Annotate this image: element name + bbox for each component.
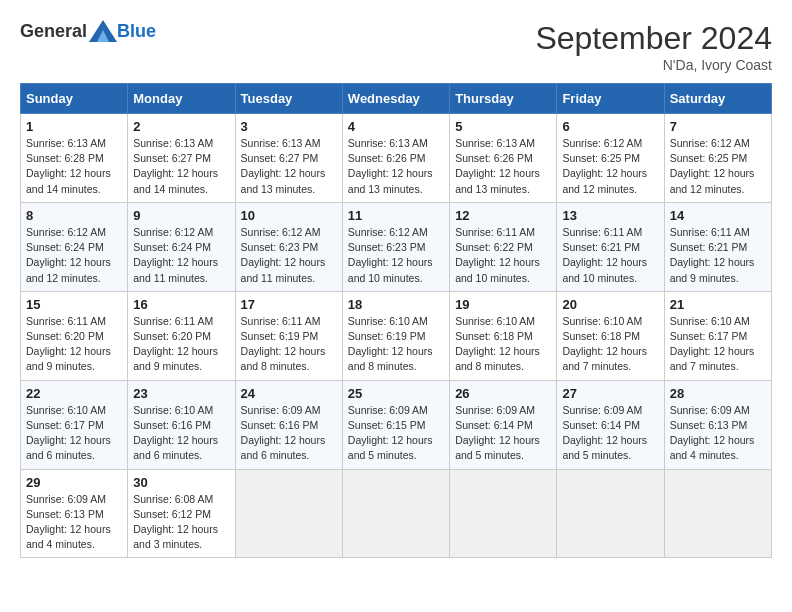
day-number: 24: [241, 386, 337, 401]
day-number: 2: [133, 119, 229, 134]
day-detail: Sunrise: 6:13 AMSunset: 6:27 PMDaylight:…: [241, 137, 326, 195]
calendar-week-1: 1 Sunrise: 6:13 AMSunset: 6:28 PMDayligh…: [21, 114, 772, 203]
day-detail: Sunrise: 6:12 AMSunset: 6:25 PMDaylight:…: [562, 137, 647, 195]
header-sunday: Sunday: [21, 84, 128, 114]
day-number: 3: [241, 119, 337, 134]
calendar-cell: 7 Sunrise: 6:12 AMSunset: 6:25 PMDayligh…: [664, 114, 771, 203]
day-detail: Sunrise: 6:11 AMSunset: 6:22 PMDaylight:…: [455, 226, 540, 284]
header-wednesday: Wednesday: [342, 84, 449, 114]
day-number: 9: [133, 208, 229, 223]
day-number: 4: [348, 119, 444, 134]
calendar-cell: [664, 469, 771, 558]
header-saturday: Saturday: [664, 84, 771, 114]
calendar-cell: 26 Sunrise: 6:09 AMSunset: 6:14 PMDaylig…: [450, 380, 557, 469]
header-thursday: Thursday: [450, 84, 557, 114]
calendar-cell: 9 Sunrise: 6:12 AMSunset: 6:24 PMDayligh…: [128, 202, 235, 291]
day-number: 16: [133, 297, 229, 312]
calendar-cell: [342, 469, 449, 558]
day-number: 18: [348, 297, 444, 312]
day-number: 30: [133, 475, 229, 490]
day-number: 20: [562, 297, 658, 312]
month-title: September 2024: [535, 20, 772, 57]
calendar-cell: 18 Sunrise: 6:10 AMSunset: 6:19 PMDaylig…: [342, 291, 449, 380]
day-detail: Sunrise: 6:08 AMSunset: 6:12 PMDaylight:…: [133, 493, 218, 551]
calendar-cell: 22 Sunrise: 6:10 AMSunset: 6:17 PMDaylig…: [21, 380, 128, 469]
calendar-week-4: 22 Sunrise: 6:10 AMSunset: 6:17 PMDaylig…: [21, 380, 772, 469]
logo: General Blue: [20, 20, 156, 42]
calendar-cell: 13 Sunrise: 6:11 AMSunset: 6:21 PMDaylig…: [557, 202, 664, 291]
page-header: General Blue September 2024 N'Da, Ivory …: [20, 20, 772, 73]
day-detail: Sunrise: 6:09 AMSunset: 6:15 PMDaylight:…: [348, 404, 433, 462]
day-number: 11: [348, 208, 444, 223]
day-number: 15: [26, 297, 122, 312]
calendar-table: SundayMondayTuesdayWednesdayThursdayFrid…: [20, 83, 772, 558]
calendar-cell: 28 Sunrise: 6:09 AMSunset: 6:13 PMDaylig…: [664, 380, 771, 469]
calendar-week-3: 15 Sunrise: 6:11 AMSunset: 6:20 PMDaylig…: [21, 291, 772, 380]
day-detail: Sunrise: 6:09 AMSunset: 6:13 PMDaylight:…: [670, 404, 755, 462]
day-number: 21: [670, 297, 766, 312]
day-detail: Sunrise: 6:10 AMSunset: 6:18 PMDaylight:…: [562, 315, 647, 373]
day-number: 29: [26, 475, 122, 490]
day-number: 8: [26, 208, 122, 223]
calendar-cell: 6 Sunrise: 6:12 AMSunset: 6:25 PMDayligh…: [557, 114, 664, 203]
logo-icon: [89, 20, 117, 42]
day-detail: Sunrise: 6:10 AMSunset: 6:17 PMDaylight:…: [670, 315, 755, 373]
calendar-cell: 27 Sunrise: 6:09 AMSunset: 6:14 PMDaylig…: [557, 380, 664, 469]
calendar-cell: 1 Sunrise: 6:13 AMSunset: 6:28 PMDayligh…: [21, 114, 128, 203]
title-area: September 2024 N'Da, Ivory Coast: [535, 20, 772, 73]
day-number: 27: [562, 386, 658, 401]
day-detail: Sunrise: 6:13 AMSunset: 6:28 PMDaylight:…: [26, 137, 111, 195]
day-number: 10: [241, 208, 337, 223]
calendar-cell: 29 Sunrise: 6:09 AMSunset: 6:13 PMDaylig…: [21, 469, 128, 558]
day-detail: Sunrise: 6:10 AMSunset: 6:19 PMDaylight:…: [348, 315, 433, 373]
day-number: 12: [455, 208, 551, 223]
day-number: 26: [455, 386, 551, 401]
header-tuesday: Tuesday: [235, 84, 342, 114]
day-detail: Sunrise: 6:09 AMSunset: 6:14 PMDaylight:…: [562, 404, 647, 462]
day-number: 25: [348, 386, 444, 401]
day-detail: Sunrise: 6:10 AMSunset: 6:16 PMDaylight:…: [133, 404, 218, 462]
calendar-cell: 15 Sunrise: 6:11 AMSunset: 6:20 PMDaylig…: [21, 291, 128, 380]
day-detail: Sunrise: 6:12 AMSunset: 6:24 PMDaylight:…: [133, 226, 218, 284]
day-detail: Sunrise: 6:13 AMSunset: 6:27 PMDaylight:…: [133, 137, 218, 195]
day-detail: Sunrise: 6:11 AMSunset: 6:19 PMDaylight:…: [241, 315, 326, 373]
day-detail: Sunrise: 6:13 AMSunset: 6:26 PMDaylight:…: [455, 137, 540, 195]
day-detail: Sunrise: 6:09 AMSunset: 6:14 PMDaylight:…: [455, 404, 540, 462]
calendar-week-5: 29 Sunrise: 6:09 AMSunset: 6:13 PMDaylig…: [21, 469, 772, 558]
calendar-cell: 24 Sunrise: 6:09 AMSunset: 6:16 PMDaylig…: [235, 380, 342, 469]
day-detail: Sunrise: 6:12 AMSunset: 6:23 PMDaylight:…: [241, 226, 326, 284]
day-detail: Sunrise: 6:12 AMSunset: 6:23 PMDaylight:…: [348, 226, 433, 284]
calendar-cell: 30 Sunrise: 6:08 AMSunset: 6:12 PMDaylig…: [128, 469, 235, 558]
day-detail: Sunrise: 6:09 AMSunset: 6:16 PMDaylight:…: [241, 404, 326, 462]
day-number: 1: [26, 119, 122, 134]
header-friday: Friday: [557, 84, 664, 114]
calendar-cell: 19 Sunrise: 6:10 AMSunset: 6:18 PMDaylig…: [450, 291, 557, 380]
calendar-cell: [235, 469, 342, 558]
header-monday: Monday: [128, 84, 235, 114]
calendar-cell: 14 Sunrise: 6:11 AMSunset: 6:21 PMDaylig…: [664, 202, 771, 291]
calendar-cell: 10 Sunrise: 6:12 AMSunset: 6:23 PMDaylig…: [235, 202, 342, 291]
day-detail: Sunrise: 6:11 AMSunset: 6:20 PMDaylight:…: [26, 315, 111, 373]
day-number: 5: [455, 119, 551, 134]
calendar-cell: 4 Sunrise: 6:13 AMSunset: 6:26 PMDayligh…: [342, 114, 449, 203]
calendar-cell: [450, 469, 557, 558]
day-detail: Sunrise: 6:10 AMSunset: 6:17 PMDaylight:…: [26, 404, 111, 462]
day-number: 23: [133, 386, 229, 401]
calendar-cell: 2 Sunrise: 6:13 AMSunset: 6:27 PMDayligh…: [128, 114, 235, 203]
logo-blue: Blue: [117, 21, 156, 42]
day-number: 13: [562, 208, 658, 223]
day-detail: Sunrise: 6:11 AMSunset: 6:21 PMDaylight:…: [670, 226, 755, 284]
calendar-cell: 20 Sunrise: 6:10 AMSunset: 6:18 PMDaylig…: [557, 291, 664, 380]
day-detail: Sunrise: 6:09 AMSunset: 6:13 PMDaylight:…: [26, 493, 111, 551]
calendar-cell: 23 Sunrise: 6:10 AMSunset: 6:16 PMDaylig…: [128, 380, 235, 469]
calendar-cell: 3 Sunrise: 6:13 AMSunset: 6:27 PMDayligh…: [235, 114, 342, 203]
calendar-cell: 16 Sunrise: 6:11 AMSunset: 6:20 PMDaylig…: [128, 291, 235, 380]
calendar-cell: 17 Sunrise: 6:11 AMSunset: 6:19 PMDaylig…: [235, 291, 342, 380]
day-number: 14: [670, 208, 766, 223]
calendar-cell: 25 Sunrise: 6:09 AMSunset: 6:15 PMDaylig…: [342, 380, 449, 469]
day-detail: Sunrise: 6:10 AMSunset: 6:18 PMDaylight:…: [455, 315, 540, 373]
logo-general: General: [20, 21, 87, 42]
calendar-cell: 12 Sunrise: 6:11 AMSunset: 6:22 PMDaylig…: [450, 202, 557, 291]
day-number: 6: [562, 119, 658, 134]
location: N'Da, Ivory Coast: [535, 57, 772, 73]
